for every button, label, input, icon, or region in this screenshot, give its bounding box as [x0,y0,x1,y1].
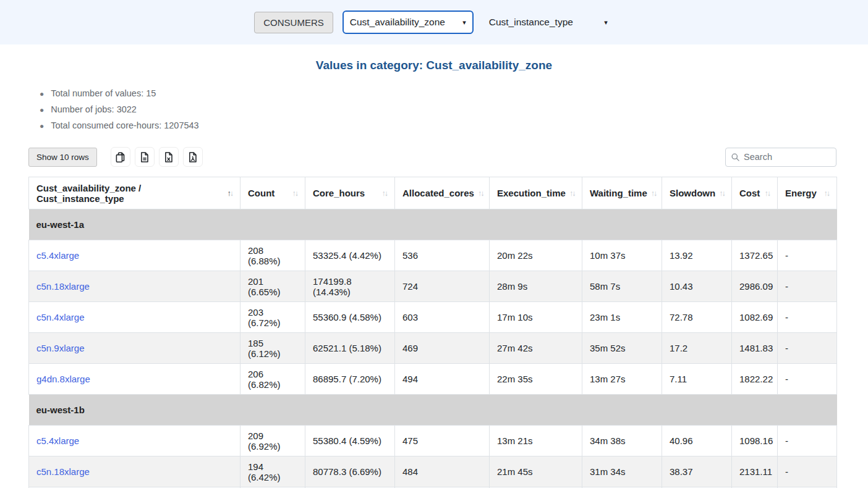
instance-type-select[interactable]: Cust_instance_type ▾ [483,11,614,34]
value-cell: 194 (6.42%) [240,456,305,487]
value-cell: 536 [395,240,490,271]
column-header-0[interactable]: Cust_availability_zone / Cust_instance_t… [29,177,240,209]
value-cell: 10.43 [662,271,732,302]
column-header-label: Energy [785,188,817,198]
sort-icons: ↑↓ [719,189,725,198]
value-cell: 38.37 [662,456,732,487]
export-pdf-button[interactable] [183,147,203,167]
csv-file-icon [138,151,150,163]
value-cell: 28m 9s [490,271,582,302]
bullet-icon: ● [40,103,44,118]
column-header-5[interactable]: Waiting_time↑↓ [582,177,662,209]
value-cell: 209 (6.92%) [240,426,305,456]
sort-icons: ↑↓ [292,189,298,198]
value-cell: 10m 37s [582,240,662,271]
column-header-6[interactable]: Slowdown↑↓ [662,177,732,209]
value-cell: 72.78 [662,302,732,333]
table-row: c5n.18xlarge194 (6.42%)80778.3 (6.69%)48… [29,456,837,487]
column-header-label: Waiting_time [590,188,647,198]
table-row: g4dn.8xlarge206 (6.82%)86895.7 (7.20%)49… [29,364,837,395]
value-cell: 17.2 [662,333,732,364]
instance-type-link[interactable]: c5n.4xlarge [36,312,85,322]
value-cell: 1822.22 [732,364,778,395]
table-toolbar: Show 10 rows [28,147,836,167]
column-header-1[interactable]: Count↑↓ [240,177,305,209]
show-rows-button[interactable]: Show 10 rows [28,148,97,167]
sort-icons: ↑↓ [478,189,483,198]
export-copy-button[interactable] [111,147,130,167]
value-cell: 201 (6.65%) [240,271,305,302]
instance-type-link[interactable]: c5.4xlarge [36,435,79,446]
value-cell: 13m 21s [490,426,582,456]
value-cell: 23m 1s [582,302,662,333]
values-table: Cust_availability_zone / Cust_instance_t… [28,177,837,488]
value-cell: - [778,426,837,456]
value-cell: 20m 22s [490,240,582,271]
page-title: Values in category: Cust_availability_zo… [0,59,868,72]
column-header-2[interactable]: Core_hours↑↓ [305,177,395,209]
column-header-label: Cust_availability_zone / Cust_instance_t… [36,183,224,204]
consumers-button[interactable]: CONSUMERS [254,12,333,33]
value-cell: - [778,456,837,487]
column-header-7[interactable]: Cost↑↓ [732,177,778,209]
value-cell: 469 [395,333,490,364]
group-row: eu-west-1a [29,209,837,240]
value-cell: 2986.09 [732,271,778,302]
column-header-label: Slowdown [670,188,715,198]
value-cell: - [778,333,837,364]
sort-icons: ↑↓ [382,189,388,198]
value-cell: 174199.8 (14.43%) [305,271,395,302]
category-select-value: Cust_availability_zone [350,17,445,28]
stat-total-values: ●Total number of values: 15 [40,86,868,102]
table-row: c5n.9xlarge185 (6.12%)62521.1 (5.18%)469… [29,333,837,364]
chevron-down-icon: ▾ [462,19,466,27]
value-cell: 13m 27s [582,364,662,395]
value-cell: - [778,240,837,271]
column-header-8[interactable]: Energy↑↓ [778,177,837,209]
value-cell: 475 [395,426,490,456]
value-cell: 13.92 [662,240,732,271]
value-cell: 203 (6.72%) [240,302,305,333]
value-cell: 62521.1 (5.18%) [305,333,395,364]
instance-type-link[interactable]: c5n.18xlarge [36,281,90,292]
topbar: CONSUMERS Cust_availability_zone ▾ Cust_… [0,0,868,44]
instance-type-link[interactable]: g4dn.8xlarge [36,374,90,384]
value-cell: 55360.9 (4.58%) [305,302,395,333]
stats-list: ●Total number of values: 15 ●Number of j… [40,86,868,134]
value-cell: 86895.7 (7.20%) [305,364,395,395]
value-cell: 21m 45s [490,456,582,487]
instance-type-cell: c5n.18xlarge [29,456,240,487]
value-cell: 208 (6.88%) [240,240,305,271]
table-row: c5n.4xlarge203 (6.72%)55360.9 (4.58%)603… [29,302,837,333]
column-header-4[interactable]: Execution_time↑↓ [490,177,582,209]
value-cell: 40.96 [662,426,732,456]
column-header-label: Allocated_cores [402,188,474,198]
instance-type-link[interactable]: c5n.18xlarge [36,466,90,477]
value-cell: 53325.4 (4.42%) [305,240,395,271]
bullet-icon: ● [40,119,44,134]
instance-type-link[interactable]: c5n.9xlarge [36,343,85,353]
sort-icons: ↑↓ [569,189,575,198]
value-cell: 34m 38s [582,426,662,456]
search-input[interactable] [725,148,836,167]
instance-type-cell: c5.4xlarge [29,426,240,456]
value-cell: 206 (6.82%) [240,364,305,395]
value-cell: 58m 7s [582,271,662,302]
stat-number-of-jobs: ●Number of jobs: 3022 [40,102,868,118]
value-cell: - [778,302,837,333]
value-cell: 724 [395,271,490,302]
export-excel-button[interactable] [159,147,179,167]
value-cell: - [778,271,837,302]
value-cell: 22m 35s [490,364,582,395]
value-cell: 185 (6.12%) [240,333,305,364]
table-row: c5n.18xlarge201 (6.65%)174199.8 (14.43%)… [29,271,837,302]
column-header-3[interactable]: Allocated_cores↑↓ [395,177,490,209]
category-select[interactable]: Cust_availability_zone ▾ [343,11,474,34]
value-cell: 31m 34s [582,456,662,487]
instance-type-link[interactable]: c5.4xlarge [36,250,79,261]
table-row: c5.4xlarge208 (6.88%)53325.4 (4.42%)5362… [29,240,837,271]
instance-type-select-value: Cust_instance_type [489,17,573,28]
export-csv-button[interactable] [135,147,155,167]
group-label: eu-west-1a [29,209,837,240]
column-header-label: Core_hours [313,188,365,198]
